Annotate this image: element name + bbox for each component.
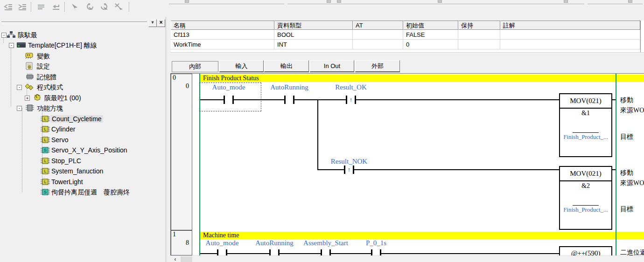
pointer-redo-icon[interactable] bbox=[98, 1, 111, 13]
fb-ladder-icon: L bbox=[40, 115, 50, 123]
rung-margin-cell[interactable] bbox=[171, 74, 192, 230]
tree-expander-minus[interactable]: - bbox=[17, 106, 22, 111]
table-cell[interactable]: INT bbox=[274, 40, 353, 49]
no-contact[interactable] bbox=[284, 96, 294, 104]
pointer-icon[interactable] bbox=[68, 1, 81, 13]
scrollbar-thumb[interactable] bbox=[181, 256, 192, 262]
tree-item-label[interactable]: TowerLight bbox=[51, 178, 83, 186]
table-cell[interactable] bbox=[353, 40, 403, 49]
tree-expander-plus[interactable]: + bbox=[25, 96, 30, 101]
pointer-delete-icon[interactable] bbox=[113, 1, 126, 13]
tree-item-label[interactable]: Servo bbox=[51, 136, 69, 144]
tab-input[interactable]: 輸入 bbox=[219, 60, 264, 72]
instruction-dest-operand[interactable]: Finish_Product_... bbox=[560, 133, 611, 141]
contact-symbol-label[interactable]: P_0_1s bbox=[366, 239, 386, 247]
workspace-grip[interactable] bbox=[1, 21, 147, 24]
tree-expander-minus[interactable]: - bbox=[1, 33, 7, 38]
align-lines-icon[interactable] bbox=[35, 1, 47, 13]
contact-symbol-label[interactable]: AutoRunning bbox=[255, 239, 294, 247]
tree-item-memory[interactable]: 記憶體 bbox=[0, 72, 166, 82]
tree-item-programs[interactable]: - 程式模式 bbox=[0, 83, 166, 92]
tree-item-fb-count-cycletime[interactable]: L Count_Cycletime bbox=[0, 114, 166, 124]
mov-instruction-block[interactable]: MOV(021) &1 Finish_Product_... bbox=[559, 93, 612, 157]
operand-comment: 目標 bbox=[620, 133, 633, 141]
tree-item-label[interactable]: 陔馱最 bbox=[18, 31, 37, 40]
tree-expander-minus[interactable]: - bbox=[9, 43, 14, 48]
tree-item-label[interactable]: 記憶體 bbox=[37, 73, 56, 82]
table-cell[interactable] bbox=[353, 30, 403, 40]
tree-item-label[interactable]: Servo_X_Y_Axis_Position bbox=[51, 146, 127, 154]
contact-symbol-label[interactable]: Auto_mode bbox=[206, 239, 239, 247]
tree-item-label[interactable]: 變數 bbox=[37, 52, 50, 61]
tab-internal[interactable]: 內部 bbox=[172, 61, 218, 72]
table-cell[interactable]: BOOL bbox=[274, 30, 353, 40]
contact-symbol-label[interactable]: Assembly_Start bbox=[303, 239, 348, 247]
svg-text:L: L bbox=[44, 117, 46, 121]
workspace-close-button[interactable]: × bbox=[157, 19, 165, 27]
tab-inout[interactable]: In Out bbox=[310, 60, 354, 72]
rising-edge-icon: ↑ bbox=[344, 165, 354, 173]
tree-item-device[interactable]: - Template[CP1H-E] 離線 bbox=[0, 41, 166, 50]
tree-expander-minus[interactable]: - bbox=[17, 85, 22, 90]
svg-text:S: S bbox=[44, 190, 47, 194]
instruction-dest-operand[interactable]: Finish_Product_... bbox=[560, 206, 611, 214]
rising-edge-contact[interactable]: ↑ bbox=[344, 165, 354, 174]
pointer-undo-icon[interactable] bbox=[83, 1, 96, 13]
tree-item-program-section[interactable]: + 陔最啌1 (00) bbox=[0, 93, 166, 103]
rung-comment[interactable]: Machine time bbox=[200, 232, 644, 239]
contact-symbol-label[interactable]: Result_OK bbox=[335, 83, 367, 91]
tree-item-label[interactable]: Stop_PLC bbox=[51, 157, 81, 165]
outdent-lines-icon[interactable] bbox=[2, 1, 14, 13]
table-cell[interactable] bbox=[500, 40, 640, 49]
contact-symbol-label[interactable]: AutoRunning bbox=[270, 83, 308, 91]
tree-item-project-root[interactable]: - 陔馱最 bbox=[0, 30, 166, 40]
tree-item-label[interactable]: 佝督扲离屈僅週 蘉腔壽炵 bbox=[51, 188, 130, 197]
horizontal-scrollbar[interactable]: ‹ bbox=[170, 255, 644, 262]
fb-ladder-icon: L bbox=[40, 178, 50, 186]
tab-output[interactable]: 輸出 bbox=[264, 60, 309, 72]
tree-item-symbols[interactable]: 變數 bbox=[0, 51, 166, 61]
svg-text:L: L bbox=[44, 179, 46, 184]
tree-item-fb-cylinder[interactable]: L Cylinder bbox=[0, 124, 166, 134]
fb-st-icon: S bbox=[40, 146, 50, 154]
tree-item-settings[interactable]: 設定 bbox=[0, 62, 166, 71]
instruction-source-operand[interactable]: &1 bbox=[560, 109, 611, 117]
rung-comment[interactable]: Finish Product Status bbox=[200, 75, 644, 82]
contact-symbol-label[interactable]: Result_NOK bbox=[331, 158, 367, 165]
tree-item-fb-towerlight[interactable]: L TowerLight bbox=[0, 177, 166, 187]
operand-comment: 來源WO bbox=[620, 106, 644, 115]
mov-instruction-block[interactable]: MOV(021) &2 Finish_Product_... bbox=[559, 166, 612, 230]
return-wrap-icon[interactable] bbox=[49, 1, 62, 13]
table-cell[interactable] bbox=[500, 30, 640, 40]
table-cell[interactable]: 0 bbox=[403, 40, 458, 49]
tree-item-label[interactable]: Count_Cycletime bbox=[50, 115, 103, 123]
fb-ladder-icon: L bbox=[40, 167, 50, 175]
table-cell[interactable]: Cf113 bbox=[171, 30, 274, 40]
table-cell[interactable] bbox=[458, 30, 500, 40]
tree-item-label[interactable]: Template[CP1H-E] 離線 bbox=[28, 41, 97, 50]
tree-item-label[interactable]: 功能方塊 bbox=[37, 104, 63, 113]
tree-item-label[interactable]: 設定 bbox=[37, 62, 50, 71]
tree-item-fb-system-fanuction[interactable]: L System_fanuction bbox=[0, 166, 166, 176]
tree-item-label[interactable]: 程式模式 bbox=[37, 83, 63, 92]
tree-item-label[interactable]: 陔最啌1 (00) bbox=[44, 94, 81, 103]
increment-instruction-block[interactable]: @++(590) bbox=[559, 246, 612, 255]
right-power-rail bbox=[616, 74, 616, 255]
tree-item-fb-servo-xy[interactable]: S Servo_X_Y_Axis_Position bbox=[0, 145, 166, 155]
tree-item-fb-last[interactable]: S 佝督扲离屈僅週 蘉腔壽炵 bbox=[0, 187, 166, 197]
table-cell[interactable] bbox=[458, 40, 500, 49]
tree-item-fb-stop-plc[interactable]: L Stop_PLC bbox=[0, 156, 166, 166]
tree-item-fb-servo[interactable]: L Servo bbox=[0, 135, 166, 145]
instruction-source-operand[interactable]: &2 bbox=[560, 181, 611, 190]
tree-item-label[interactable]: System_fanuction bbox=[51, 167, 103, 175]
tab-external[interactable]: 外部 bbox=[355, 60, 400, 72]
indent-lines-icon[interactable] bbox=[16, 1, 28, 13]
workspace-dropdown-button[interactable]: ▼ bbox=[148, 19, 157, 27]
table-cell[interactable]: WorkTime bbox=[171, 40, 274, 49]
scroll-left-button[interactable]: ‹ bbox=[171, 256, 179, 262]
tree-item-function-blocks[interactable]: - 功能方塊 bbox=[0, 103, 166, 113]
tree-item-label[interactable]: Cylinder bbox=[51, 125, 75, 133]
rung-step-number: 0 bbox=[186, 83, 189, 90]
rising-edge-contact[interactable]: ↑ bbox=[346, 96, 356, 104]
table-cell[interactable]: FALSE bbox=[403, 30, 458, 40]
